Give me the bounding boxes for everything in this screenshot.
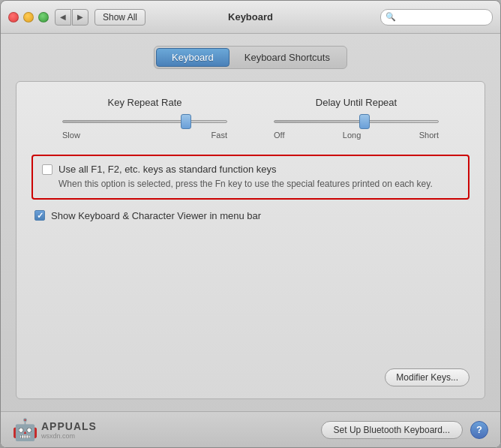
fn-keys-section: Use all F1, F2, etc. keys as standard fu… bbox=[32, 155, 470, 200]
minimize-button[interactable] bbox=[23, 12, 34, 23]
forward-button[interactable]: ▶ bbox=[72, 9, 88, 26]
modifier-keys-button[interactable]: Modifier Keys... bbox=[385, 368, 470, 386]
main-panel: Key Repeat Rate Slow Fast Delay Until Re… bbox=[16, 81, 485, 399]
back-button[interactable]: ◀ bbox=[55, 9, 71, 26]
fn-keys-checkbox-row: Use all F1, F2, etc. keys as standard fu… bbox=[42, 164, 459, 175]
help-button[interactable]: ? bbox=[470, 421, 488, 439]
search-input[interactable] bbox=[398, 12, 488, 23]
delay-until-repeat-group: Delay Until Repeat Off Long Short bbox=[274, 97, 439, 140]
close-button[interactable] bbox=[8, 12, 19, 23]
viewer-label: Show Keyboard & Character Viewer in menu… bbox=[51, 210, 261, 221]
delay-until-repeat-thumb[interactable] bbox=[359, 114, 370, 129]
tab-keyboard[interactable]: Keyboard bbox=[156, 48, 230, 67]
delay-until-repeat-label: Delay Until Repeat bbox=[316, 97, 397, 108]
key-repeat-rate-slider-container[interactable] bbox=[62, 114, 227, 129]
appuals-logo-icon: 🤖 bbox=[12, 417, 38, 442]
fn-keys-sublabel: When this option is selected, press the … bbox=[58, 178, 459, 191]
key-repeat-slow-label: Slow bbox=[62, 131, 80, 140]
footer-bar: 🤖 APPUALS wsxdn.com Set Up Bluetooth Key… bbox=[1, 411, 500, 447]
viewer-checkbox-row: ✓ Show Keyboard & Character Viewer in me… bbox=[34, 210, 470, 221]
tab-keyboard-shortcuts[interactable]: Keyboard Shortcuts bbox=[230, 49, 345, 66]
key-repeat-rate-thumb[interactable] bbox=[181, 114, 191, 129]
fn-keys-label: Use all F1, F2, etc. keys as standard fu… bbox=[58, 164, 276, 175]
sliders-row: Key Repeat Rate Slow Fast Delay Until Re… bbox=[32, 97, 470, 140]
search-icon: 🔍 bbox=[386, 12, 396, 22]
content-area: Keyboard Keyboard Shortcuts Key Repeat R… bbox=[1, 34, 500, 411]
window: ◀ ▶ Show All Keyboard 🔍 Keyboard Keyboar… bbox=[0, 0, 501, 448]
bluetooth-keyboard-button[interactable]: Set Up Bluetooth Keyboard... bbox=[321, 421, 463, 439]
key-repeat-rate-group: Key Repeat Rate Slow Fast bbox=[62, 97, 227, 140]
delay-until-repeat-slider-container[interactable] bbox=[274, 114, 439, 129]
delay-until-repeat-track bbox=[274, 120, 439, 123]
delay-short-label: Short bbox=[419, 131, 439, 140]
tab-bar: Keyboard Keyboard Shortcuts bbox=[154, 46, 347, 69]
viewer-checkbox[interactable]: ✓ bbox=[34, 210, 45, 221]
delay-until-repeat-labels: Off Long Short bbox=[274, 131, 439, 140]
nav-buttons: ◀ ▶ bbox=[55, 9, 88, 26]
key-repeat-fast-label: Fast bbox=[212, 131, 227, 140]
fn-keys-checkbox[interactable] bbox=[42, 164, 52, 175]
traffic-lights bbox=[8, 12, 49, 23]
delay-off-label: Off bbox=[274, 131, 284, 140]
maximize-button[interactable] bbox=[38, 12, 49, 23]
key-repeat-rate-labels: Slow Fast bbox=[62, 131, 227, 140]
title-bar: ◀ ▶ Show All Keyboard 🔍 bbox=[1, 1, 500, 34]
bottom-buttons: Modifier Keys... bbox=[385, 368, 470, 386]
key-repeat-rate-label: Key Repeat Rate bbox=[107, 97, 182, 108]
window-title: Keyboard bbox=[228, 11, 273, 23]
show-all-button[interactable]: Show All bbox=[94, 9, 146, 26]
delay-long-label: Long bbox=[343, 131, 361, 140]
key-repeat-rate-track bbox=[62, 120, 227, 123]
search-box[interactable]: 🔍 bbox=[380, 9, 493, 26]
appuals-watermark: APPUALS wsxdn.com bbox=[41, 420, 97, 440]
